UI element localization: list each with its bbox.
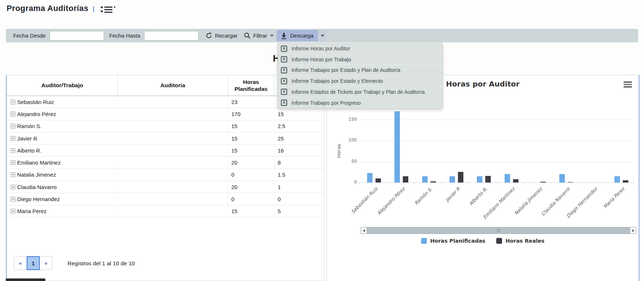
cell-horas-reales: 0 <box>274 193 323 205</box>
table-row[interactable]: +Natalia Jimenez01.5 <box>7 169 324 181</box>
auditor-name: Diego Hernandez <box>17 196 60 202</box>
cell-horas-reales: 15 <box>274 108 323 120</box>
expand-row-icon[interactable]: + <box>11 124 15 128</box>
auditors-table-panel: Auditor/Trabajo Auditoria Horas Planific… <box>6 75 324 281</box>
descarga-label: Descarga <box>290 32 313 39</box>
pagination: « 1 » <box>14 256 53 270</box>
cell-horas-reales: 16 <box>274 145 323 156</box>
expand-row-icon[interactable]: + <box>11 160 15 165</box>
cell-horas-planificadas: 15 <box>228 132 274 144</box>
descarga-caret-button[interactable] <box>319 30 326 41</box>
auditor-name: Ramón S. <box>17 123 42 129</box>
x-axis-tick <box>606 182 606 185</box>
cell-horas-reales: 2.5 <box>274 120 323 132</box>
pagination-next-button[interactable]: » <box>39 256 53 270</box>
menu-item-5[interactable]: XInforme Trabajos por Progreso <box>278 97 442 108</box>
bar-planificadas-5 <box>505 174 510 182</box>
column-header-horas-planificadas[interactable]: Horas Planificadas <box>228 75 274 96</box>
auditor-name: Sebastián Ruiz <box>17 99 54 105</box>
expand-row-icon[interactable]: + <box>11 172 15 177</box>
sort-list-icon[interactable] <box>99 5 116 14</box>
table-row[interactable]: +Emiliano Martinez208 <box>7 157 324 169</box>
cell-horas-planificadas: 15 <box>228 205 274 217</box>
filtrar-label: Filtrar <box>253 32 267 39</box>
legend-item-1[interactable]: Horas Reales <box>496 238 544 244</box>
menu-item-1[interactable]: XInforme Horas por Trabajo <box>278 54 442 65</box>
menu-item-2[interactable]: XInforme Trabajos por Estado y Plan de A… <box>278 65 442 76</box>
fecha-desde-input[interactable] <box>50 31 104 41</box>
scrollbar-left-arrow[interactable] <box>361 227 367 234</box>
auditor-name: Natalia Jimenez <box>17 172 56 178</box>
legend-label: Horas Planificadas <box>430 238 485 244</box>
column-header-auditoria[interactable]: Auditoria <box>118 75 228 96</box>
x-axis-tick <box>441 182 441 185</box>
pagination-page-1[interactable]: 1 <box>27 256 40 270</box>
menu-item-4[interactable]: XInforme Estados de Tickets por Trabajo … <box>278 86 442 97</box>
caret-down-icon <box>113 7 116 8</box>
table-row[interactable]: +Javier R1525 <box>7 132 324 145</box>
legend-swatch <box>421 238 427 244</box>
auditor-name: Alejandro Pérez <box>17 111 56 117</box>
legend-swatch <box>496 238 502 244</box>
bar-reales-9 <box>623 180 628 182</box>
table-row[interactable]: +Ramón S.152.5 <box>7 120 324 132</box>
filter-toolbar: Fecha Desde Fecha Hasta Recargar Filtrar <box>6 29 638 42</box>
caret-down-icon <box>321 35 324 37</box>
scrollbar-grip[interactable] <box>497 229 500 232</box>
auditor-name: Emiliano Martinez <box>17 159 61 166</box>
menu-item-3[interactable]: XInforme Trabajos por Estado y Elemento <box>278 76 442 87</box>
bar-planificadas-0 <box>367 173 373 182</box>
menu-item-label: Informe Estados de Tickets por Trabajo y… <box>292 89 425 95</box>
x-axis-tick <box>633 182 634 185</box>
table-row[interactable]: +Maria Perez155 <box>7 205 324 218</box>
table-row[interactable]: +Diego Hernandez00 <box>7 193 324 205</box>
recargar-button[interactable]: Recargar <box>205 32 238 39</box>
bar-planificadas-9 <box>614 176 620 182</box>
filtrar-button[interactable]: Filtrar <box>244 32 274 39</box>
scrollbar-right-arrow[interactable] <box>630 227 636 234</box>
cell-auditoria <box>118 108 228 120</box>
expand-row-icon[interactable]: + <box>11 112 15 116</box>
expand-row-icon[interactable]: + <box>11 185 15 189</box>
refresh-icon <box>205 32 212 39</box>
menu-item-label: Informe Horas por Auditor <box>292 46 350 51</box>
excel-file-icon: X <box>281 100 287 106</box>
filtrar-caret-icon[interactable] <box>270 35 274 37</box>
expand-row-icon[interactable]: + <box>11 148 15 153</box>
cell-auditor-name: +Emiliano Martinez <box>7 157 118 168</box>
table-row[interactable]: +Alberto R.1516 <box>7 145 324 157</box>
descarga-button[interactable]: Descarga <box>277 30 318 41</box>
cell-auditor-name: +Ramón S. <box>7 120 118 132</box>
cell-horas-reales: 8 <box>274 157 323 168</box>
menu-item-label: Informe Trabajos por Estado y Elemento <box>292 78 383 84</box>
menu-item-label: Informe Trabajos por Estado y Plan de Au… <box>292 67 400 73</box>
descarga-dropdown-menu: XInforme Horas por AuditorXInforme Horas… <box>278 43 443 109</box>
menu-item-0[interactable]: XInforme Horas por Auditor <box>278 43 442 54</box>
fecha-hasta-input[interactable] <box>144 31 198 41</box>
cell-horas-reales: 1.5 <box>274 169 323 181</box>
table-row[interactable]: +Claudia Navarro201 <box>7 181 324 193</box>
cell-horas-reales: 25 <box>274 132 323 144</box>
download-icon <box>281 32 287 39</box>
bar-reales-1 <box>403 176 408 182</box>
scrollbar-track[interactable] <box>367 227 630 234</box>
table-row[interactable]: +Sebastián Ruiz2310 <box>7 96 324 108</box>
x-category-label: Sebastián Ruiz <box>333 186 379 231</box>
pagination-prev-button[interactable]: « <box>14 256 27 270</box>
chart-horizontal-scrollbar[interactable] <box>360 227 636 234</box>
expand-row-icon[interactable]: + <box>11 100 15 104</box>
table-body: +Sebastián Ruiz2310+Alejandro Pérez17015… <box>7 96 324 218</box>
app-root: Programa Auditorías | Fecha Desde Fecha … <box>0 0 644 281</box>
table-row[interactable]: +Alejandro Pérez17015 <box>7 108 324 120</box>
column-header-auditor-trabajo[interactable]: Auditor/Trabajo <box>7 75 118 96</box>
expand-row-icon[interactable]: + <box>11 197 15 201</box>
expand-row-icon[interactable]: + <box>11 136 15 141</box>
title-separator: | <box>93 5 95 13</box>
bar-planificadas-1 <box>394 111 400 182</box>
expand-row-icon[interactable]: + <box>11 209 15 213</box>
legend-item-0[interactable]: Horas Planificadas <box>421 238 485 244</box>
cell-auditor-name: +Diego Hernandez <box>7 193 118 205</box>
y-tick-label: 100 <box>341 138 357 143</box>
auditor-name: Maria Perez <box>17 208 47 214</box>
excel-file-icon: X <box>281 46 287 52</box>
